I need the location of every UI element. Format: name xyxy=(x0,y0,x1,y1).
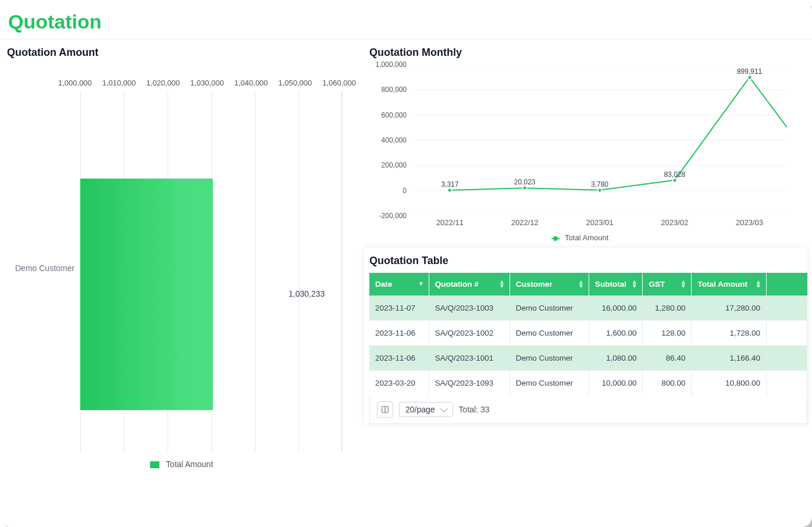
col-label-gst: GST xyxy=(649,280,665,289)
col-header-quotation-no[interactable]: Quotation # ▴▾ xyxy=(429,273,510,295)
cell-customer: Demo Customer xyxy=(510,371,589,396)
cell-qno: SA/Q/2023-1093 xyxy=(429,371,510,396)
line-chart-legend: Total Amount xyxy=(371,233,789,243)
cell-empty xyxy=(767,371,807,396)
cell-total: 1,728.00 xyxy=(692,321,767,346)
cell-gst: 128.00 xyxy=(643,321,692,346)
cell-subtotal: 16,000.00 xyxy=(589,295,643,321)
col-header-total[interactable]: Total Amount ▴▾ xyxy=(692,273,767,295)
cell-qno: SA/Q/2023-1003 xyxy=(429,295,510,321)
bar-legend-label: Total Amount xyxy=(166,460,213,469)
line-chart-svg xyxy=(412,65,787,216)
col-label-total: Total Amount xyxy=(697,280,747,289)
right-column: Quotation Monthly 1,000,000 800,000 600,… xyxy=(364,40,812,523)
x-tick-label: 1,030,000 xyxy=(190,79,224,87)
cell-customer: Demo Customer xyxy=(510,321,589,346)
line-data-label: 3,317 xyxy=(441,180,458,188)
legend-line-marker-icon xyxy=(551,234,560,243)
x-tick-label: 1,010,000 xyxy=(102,79,136,87)
table-row[interactable]: 2023-11-06 SA/Q/2023-1002 Demo Customer … xyxy=(369,321,807,346)
page-root: Quotation Quotation Amount 1,000,000 1,0… xyxy=(0,0,812,527)
y-tick-label: 800,000 xyxy=(382,86,407,94)
line-data-label: 3,780 xyxy=(591,180,608,188)
panel-quotation-amount: Quotation Amount 1,000,000 1,010,000 1,0… xyxy=(0,40,364,523)
page-size-select[interactable]: 20/page xyxy=(399,402,453,417)
cell-gst: 800.00 xyxy=(643,371,692,396)
bar-demo-customer[interactable] xyxy=(80,179,213,410)
sort-icon[interactable]: ▴▾ xyxy=(579,280,583,288)
table-row[interactable]: 2023-11-07 SA/Q/2023-1003 Demo Customer … xyxy=(369,295,807,321)
col-label-quotation-no: Quotation # xyxy=(435,280,479,289)
col-label-date: Date xyxy=(375,280,392,289)
sort-icon[interactable]: ▴▾ xyxy=(757,280,760,288)
cell-total: 1,166.40 xyxy=(692,346,767,371)
bar-chart-x-axis: 1,000,000 1,010,000 1,020,000 1,030,000 … xyxy=(58,79,356,87)
panel-title-amount: Quotation Amount xyxy=(7,47,357,59)
col-header-date[interactable]: Date ▾ xyxy=(369,273,429,295)
x-tick-label: 1,000,000 xyxy=(58,79,92,87)
panel-quotation-table: Quotation Table Date ▾ Quotation # ▴▾ xyxy=(364,248,807,424)
bar-chart-plot: 1,030,233 xyxy=(80,91,342,452)
columns-icon xyxy=(381,405,389,414)
cell-empty xyxy=(767,295,807,321)
table-pager: 20/page Total: 33 xyxy=(369,396,807,424)
cell-total: 17,280.00 xyxy=(692,295,767,321)
cell-qno: SA/Q/2023-1001 xyxy=(429,346,510,371)
pager-columns-button[interactable] xyxy=(377,401,393,418)
cell-empty xyxy=(767,321,807,346)
x-tick-label: 1,050,000 xyxy=(278,79,312,87)
content-area: Quotation Amount 1,000,000 1,010,000 1,0… xyxy=(0,40,812,523)
x-tick-label: 2023/03 xyxy=(712,218,787,227)
y-tick-label: 0 xyxy=(403,187,407,195)
col-header-customer[interactable]: Customer ▴▾ xyxy=(510,273,589,295)
page-header: Quotation xyxy=(0,0,812,40)
x-tick-label: 2022/12 xyxy=(487,218,562,227)
bar-chart-legend: Total Amount xyxy=(7,460,356,469)
line-chart-y-axis: 1,000,000 800,000 600,000 400,000 200,00… xyxy=(371,65,411,216)
cell-date: 2023-11-06 xyxy=(369,346,429,371)
cell-subtotal: 10,000.00 xyxy=(589,371,643,396)
y-tick-label: 600,000 xyxy=(382,111,407,119)
col-label-subtotal: Subtotal xyxy=(595,280,626,289)
sort-icon[interactable]: ▴▾ xyxy=(682,280,685,288)
line-data-label: 83,028 xyxy=(664,170,685,179)
cell-date: 2023-11-07 xyxy=(369,295,429,321)
page-title: Quotation xyxy=(8,10,802,33)
bar-chart: 1,000,000 1,010,000 1,020,000 1,030,000 … xyxy=(7,65,356,472)
col-header-empty xyxy=(767,273,807,295)
x-tick-label: 2023/02 xyxy=(637,218,712,227)
cell-date: 2023-03-20 xyxy=(369,371,429,396)
cell-gst: 86.40 xyxy=(643,346,692,371)
table-row[interactable]: 2023-11-06 SA/Q/2023-1001 Demo Customer … xyxy=(369,346,807,371)
filter-icon[interactable]: ▾ xyxy=(419,280,423,287)
col-header-subtotal[interactable]: Subtotal ▴▾ xyxy=(589,273,643,295)
sort-icon[interactable]: ▴▾ xyxy=(500,280,504,288)
line-chart-plot: 3,317 20,023 3,780 83,028 899,911 xyxy=(412,65,787,216)
cell-customer: Demo Customer xyxy=(510,295,589,321)
cell-empty xyxy=(767,346,807,371)
x-tick-label: 2023/01 xyxy=(562,218,638,227)
col-label-customer: Customer xyxy=(516,280,553,289)
col-header-gst[interactable]: GST ▴▾ xyxy=(643,273,692,295)
x-tick-label: 2022/11 xyxy=(412,218,487,227)
panel-title-monthly: Quotation Monthly xyxy=(369,47,806,59)
y-tick-label: 200,000 xyxy=(382,161,407,169)
line-chart-x-axis: 2022/11 2022/12 2023/01 2023/02 2023/03 xyxy=(412,218,787,227)
sort-icon[interactable]: ▴▾ xyxy=(633,280,636,288)
cell-customer: Demo Customer xyxy=(510,346,589,371)
cell-date: 2023-11-06 xyxy=(369,321,429,346)
bar-value-label: 1,030,233 xyxy=(289,289,325,298)
line-legend-label: Total Amount xyxy=(565,233,608,242)
cell-total: 10,800.00 xyxy=(692,371,767,396)
pager-total-label: Total: 33 xyxy=(459,405,490,414)
cell-gst: 1,280.00 xyxy=(643,295,692,321)
table-row[interactable]: 2023-03-20 SA/Q/2023-1093 Demo Customer … xyxy=(369,371,807,396)
cell-qno: SA/Q/2023-1002 xyxy=(429,321,510,346)
line-chart: 1,000,000 800,000 600,000 400,000 200,00… xyxy=(371,65,789,239)
x-tick-label: 1,040,000 xyxy=(234,79,268,87)
x-tick-label: 1,060,000 xyxy=(322,79,356,87)
bar-category-label: Demo Customer xyxy=(15,264,74,273)
x-tick-label: 1,020,000 xyxy=(146,79,180,87)
line-data-label: 899,911 xyxy=(737,67,762,76)
page-size-label: 20/page xyxy=(405,405,435,414)
